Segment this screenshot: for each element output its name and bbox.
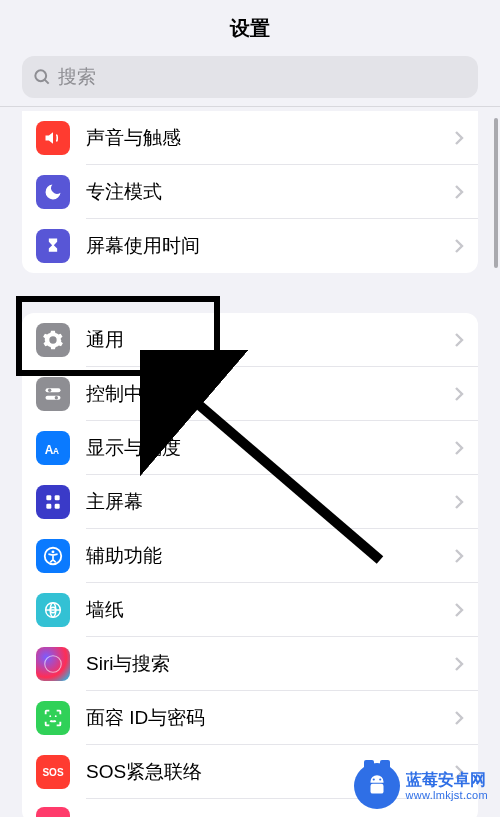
svg-rect-11: [55, 504, 60, 509]
watermark-logo: [354, 763, 400, 809]
row-siri[interactable]: Siri与搜索: [22, 637, 478, 691]
row-home-screen[interactable]: 主屏幕: [22, 475, 478, 529]
scrollbar[interactable]: [494, 118, 498, 268]
svg-line-1: [45, 80, 49, 84]
svg-rect-24: [370, 784, 383, 794]
search-container: 搜索: [0, 56, 500, 106]
search-placeholder: 搜索: [58, 64, 96, 90]
chevron-right-icon: [454, 494, 478, 510]
row-label: 屏幕使用时间: [86, 233, 454, 259]
gear-icon: [36, 323, 70, 357]
divider: [0, 106, 500, 107]
svg-rect-8: [46, 495, 51, 500]
row-label: 墙纸: [86, 597, 454, 623]
svg-point-4: [48, 389, 51, 392]
svg-rect-9: [55, 495, 60, 500]
switches-icon: [36, 377, 70, 411]
chevron-right-icon: [454, 548, 478, 564]
svg-point-16: [45, 656, 62, 673]
moon-icon: [36, 175, 70, 209]
header: 设置: [0, 0, 500, 56]
row-focus[interactable]: 专注模式: [22, 165, 478, 219]
row-wallpaper[interactable]: 墙纸: [22, 583, 478, 637]
chevron-right-icon: [454, 332, 478, 348]
row-general[interactable]: 通用: [22, 313, 478, 367]
hourglass-icon: [36, 229, 70, 263]
row-label: 主屏幕: [86, 489, 454, 515]
page-title: 设置: [230, 15, 270, 42]
svg-point-22: [372, 778, 374, 780]
svg-point-5: [55, 396, 58, 399]
search-icon: [32, 67, 52, 87]
chevron-right-icon: [454, 184, 478, 200]
chevron-right-icon: [454, 386, 478, 402]
watermark: 蓝莓安卓网 www.lmkjst.com: [354, 763, 488, 809]
text-size-icon: AA: [36, 431, 70, 465]
chevron-right-icon: [454, 130, 478, 146]
row-accessibility[interactable]: 辅助功能: [22, 529, 478, 583]
row-control-center[interactable]: 控制中心: [22, 367, 478, 421]
row-label: 通用: [86, 327, 454, 353]
svg-text:SOS: SOS: [42, 767, 63, 778]
watermark-url: www.lmkjst.com: [406, 789, 488, 801]
svg-point-13: [52, 550, 55, 553]
sound-icon: [36, 121, 70, 155]
row-sounds[interactable]: 声音与触感: [22, 111, 478, 165]
watermark-title: 蓝莓安卓网: [406, 771, 488, 789]
wallpaper-icon: [36, 593, 70, 627]
svg-point-23: [379, 778, 381, 780]
row-faceid[interactable]: 面容 ID与密码: [22, 691, 478, 745]
row-label: 面容 ID与密码: [86, 705, 454, 731]
row-label: Siri与搜索: [86, 651, 454, 677]
settings-group-2: 通用 控制中心 AA 显示与亮度 主屏幕 辅助功能: [22, 313, 478, 817]
chevron-right-icon: [454, 440, 478, 456]
svg-point-18: [55, 715, 57, 717]
chevron-right-icon: [454, 656, 478, 672]
row-label: 控制中心: [86, 381, 454, 407]
svg-point-17: [49, 715, 51, 717]
chevron-right-icon: [454, 710, 478, 726]
row-label: 辅助功能: [86, 543, 454, 569]
row-label: 专注模式: [86, 179, 454, 205]
row-display[interactable]: AA 显示与亮度: [22, 421, 478, 475]
svg-rect-10: [46, 504, 51, 509]
svg-text:A: A: [53, 447, 59, 456]
siri-icon: [36, 647, 70, 681]
sos-icon: SOS: [36, 755, 70, 789]
home-grid-icon: [36, 485, 70, 519]
faceid-icon: [36, 701, 70, 735]
chevron-right-icon: [454, 602, 478, 618]
settings-group-1: 声音与触感 专注模式 屏幕使用时间: [22, 111, 478, 273]
svg-rect-3: [46, 396, 61, 400]
chevron-right-icon: [454, 238, 478, 254]
svg-rect-2: [46, 388, 61, 392]
svg-point-0: [35, 70, 46, 81]
row-label: 显示与亮度: [86, 435, 454, 461]
search-input[interactable]: 搜索: [22, 56, 478, 98]
row-screentime[interactable]: 屏幕使用时间: [22, 219, 478, 273]
accessibility-icon: [36, 539, 70, 573]
row-label: 声音与触感: [86, 125, 454, 151]
